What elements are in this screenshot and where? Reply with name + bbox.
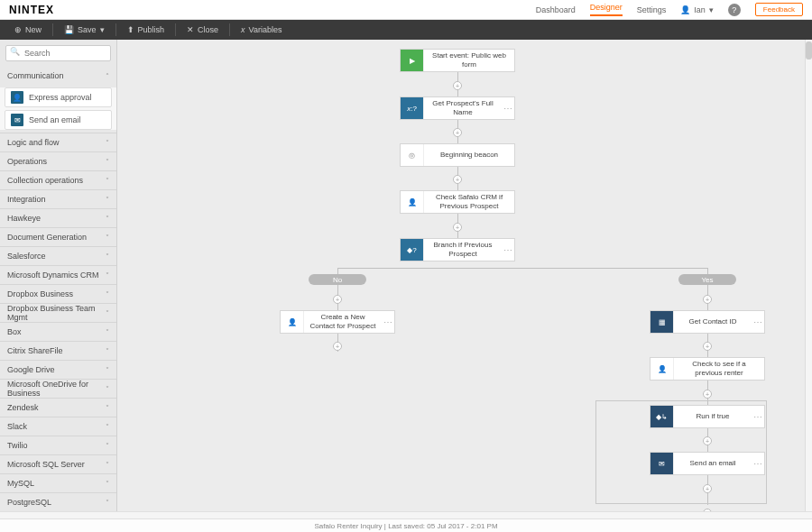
add-point[interactable]: +	[703, 390, 712, 399]
action-icon: 👤	[11, 91, 23, 104]
category-name: Document Generation	[7, 233, 87, 242]
canvas-inner: + + + + ▶ Start event: Public web form x…	[117, 40, 812, 511]
add-point[interactable]: +	[703, 436, 712, 445]
more-icon[interactable]: ⋯	[502, 104, 514, 114]
canvas[interactable]: + + + + ▶ Start event: Public web form x…	[117, 40, 812, 511]
category: Salesforce˅	[0, 247, 116, 266]
action-item[interactable]: ✉Send an email	[5, 110, 112, 130]
publish-icon: ⬆	[127, 25, 134, 34]
feedback-button[interactable]: Feedback	[755, 3, 803, 16]
action-icon: ✉	[11, 114, 23, 126]
category: Collection operations˅	[0, 171, 116, 190]
add-point[interactable]: +	[453, 128, 462, 137]
nav-designer[interactable]: Designer	[590, 3, 623, 16]
toolbar-publish[interactable]: ⬆Publish	[122, 25, 171, 34]
add-point[interactable]: +	[703, 484, 712, 493]
separator	[175, 23, 176, 36]
chevron-icon: ˅	[106, 271, 109, 280]
category-list[interactable]: Communication˄👤Express approval✉Send an …	[0, 67, 116, 511]
category: Citrix ShareFile˅	[0, 342, 116, 361]
category-name: PostgreSQL	[7, 498, 51, 507]
category-header[interactable]: Logic and flow˅	[0, 133, 116, 151]
category-header[interactable]: Document Generation˅	[0, 228, 116, 246]
category-name: Zendesk	[7, 403, 39, 412]
category-header[interactable]: Microsoft Dynamics CRM˅	[0, 266, 116, 284]
toolbar-variables[interactable]: xVariables	[235, 25, 287, 34]
category-header[interactable]: Microsoft OneDrive for Business˅	[0, 380, 116, 398]
more-icon[interactable]: ⋯	[752, 412, 764, 422]
category-header[interactable]: Dropbox Business˅	[0, 285, 116, 303]
category-header[interactable]: Box˅	[0, 323, 116, 341]
category-header[interactable]: Communication˄	[0, 67, 116, 85]
category-header[interactable]: Hawkeye˅	[0, 209, 116, 227]
node-check-renter[interactable]: 👤 Check to see if a previous renter	[650, 357, 765, 381]
node-beacon[interactable]: ◎ Beginning beacon	[400, 143, 515, 167]
search-input[interactable]	[5, 45, 111, 61]
node-run-true[interactable]: ◆↳ Run if true ⋯	[650, 405, 765, 428]
add-point[interactable]: +	[703, 342, 712, 351]
category-name: Integration	[7, 195, 46, 204]
toolbar-save[interactable]: 💾Save ▾	[59, 25, 110, 34]
category-header[interactable]: Google Drive˅	[0, 361, 116, 379]
category-header[interactable]: PostgreSQL˅	[0, 493, 116, 511]
category-header[interactable]: Citrix ShareFile˅	[0, 342, 116, 360]
chevron-icon: ˅	[106, 196, 109, 204]
search-wrap	[0, 40, 116, 67]
node-get-contact[interactable]: ▦ Get Contact ID ⋯	[650, 310, 765, 334]
category-name: Hawkeye	[7, 214, 41, 223]
category: Integration˅	[0, 190, 116, 209]
category-header[interactable]: MySQL˅	[0, 474, 116, 492]
category-header[interactable]: Operations˅	[0, 152, 116, 170]
category-header[interactable]: Twilio˅	[0, 436, 116, 454]
node-fullname[interactable]: x:? Get Prospect's Full Name ⋯	[400, 96, 515, 120]
add-point[interactable]: +	[453, 223, 462, 232]
category-header[interactable]: Zendesk˅	[0, 399, 116, 417]
category-name: Box	[7, 327, 22, 336]
node-send-email[interactable]: ✉ Send an email ⋯	[650, 452, 765, 475]
nav-dashboard[interactable]: Dashboard	[536, 5, 576, 14]
user-menu[interactable]: 👤 Ian ▾	[680, 5, 714, 14]
node-start[interactable]: ▶ Start event: Public web form	[400, 49, 515, 72]
toolbar-new[interactable]: ⊕New	[9, 25, 47, 34]
chevron-icon: ˅	[106, 404, 109, 412]
horizontal-scrollbar[interactable]	[0, 511, 812, 518]
more-icon[interactable]: ⋯	[382, 317, 394, 327]
category-name: MySQL	[7, 479, 34, 488]
condition-icon: ◆↳	[651, 406, 674, 427]
scroll-thumb[interactable]	[806, 41, 812, 60]
header-right: Dashboard Designer Settings 👤 Ian ▾ ? Fe…	[536, 3, 803, 16]
category-header[interactable]: Dropbox Business Team Mgmt˅	[0, 304, 116, 322]
play-icon: ▶	[401, 50, 424, 71]
chevron-icon: ˅	[106, 309, 109, 317]
add-point[interactable]: +	[333, 342, 342, 351]
more-icon[interactable]: ⋯	[752, 317, 764, 327]
connector	[337, 268, 707, 269]
more-icon[interactable]: ⋯	[752, 459, 764, 469]
toolbar-close[interactable]: ✕Close	[181, 25, 224, 34]
node-create-contact[interactable]: 👤 Create a New Contact for Prospect ⋯	[280, 310, 395, 334]
node-check-crm[interactable]: 👤 Check Safalo CRM if Previous Prospect	[400, 190, 515, 214]
category: Logic and flow˅	[0, 133, 116, 152]
nav-settings[interactable]: Settings	[637, 5, 667, 14]
add-point[interactable]: +	[453, 175, 462, 184]
help-icon[interactable]: ?	[728, 4, 741, 16]
category-header[interactable]: Salesforce˅	[0, 247, 116, 265]
branch-icon: ◆?	[401, 239, 424, 261]
chevron-icon: ˅	[106, 499, 109, 507]
brand-logo: NINTEX	[9, 4, 54, 16]
add-point[interactable]: +	[703, 509, 712, 511]
category: Twilio˅	[0, 436, 116, 455]
vertical-scrollbar[interactable]	[805, 40, 812, 511]
category-header[interactable]: Integration˅	[0, 190, 116, 208]
category-header[interactable]: Microsoft SQL Server˅	[0, 455, 116, 473]
more-icon[interactable]: ⋯	[502, 245, 514, 255]
node-branch[interactable]: ◆? Branch if Previous Prospect ⋯	[400, 238, 515, 261]
category-header[interactable]: Collection operations˅	[0, 171, 116, 189]
add-point[interactable]: +	[703, 295, 712, 304]
user-name: Ian	[694, 5, 706, 14]
add-point[interactable]: +	[333, 295, 342, 304]
category-header[interactable]: Slack˅	[0, 417, 116, 436]
action-item[interactable]: 👤Express approval	[5, 87, 112, 107]
chevron-icon: ˅	[106, 177, 109, 185]
add-point[interactable]: +	[453, 81, 462, 90]
